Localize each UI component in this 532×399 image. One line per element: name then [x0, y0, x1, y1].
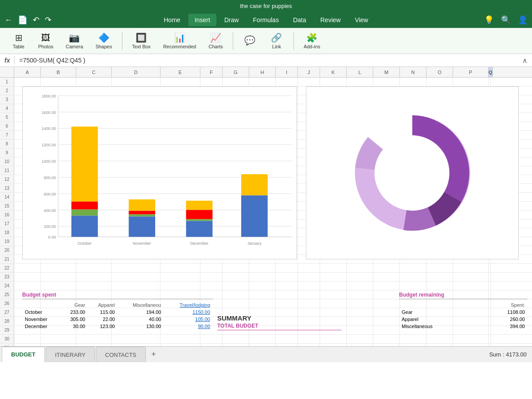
- cell-E31[interactable]: [160, 344, 200, 346]
- cell-D31[interactable]: [112, 344, 160, 346]
- menu-item-home[interactable]: Home: [158, 14, 187, 26]
- menu-item-insert[interactable]: Insert: [188, 14, 216, 26]
- add-tab-button[interactable]: +: [147, 347, 161, 362]
- cell-A22[interactable]: [14, 264, 41, 272]
- cell-H31[interactable]: [249, 344, 276, 346]
- cell-I1[interactable]: [276, 78, 298, 86]
- cell-C22[interactable]: [76, 264, 112, 272]
- cell-N23[interactable]: [400, 273, 426, 281]
- cell-J26[interactable]: [298, 299, 320, 308]
- cell-I31[interactable]: [276, 344, 298, 346]
- cell-Q1[interactable]: [489, 78, 491, 86]
- search-icon[interactable]: 🔍: [501, 15, 511, 25]
- cell-E22[interactable]: [160, 264, 200, 272]
- col-header-D[interactable]: D: [112, 67, 160, 77]
- cell-B24[interactable]: [41, 282, 76, 290]
- formula-input[interactable]: [19, 57, 518, 64]
- cell-E23[interactable]: [160, 273, 200, 281]
- cell-O30[interactable]: [426, 335, 453, 343]
- cell-C30[interactable]: [76, 335, 112, 343]
- cell-F23[interactable]: [200, 273, 223, 281]
- cell-H30[interactable]: [249, 335, 276, 343]
- tab-itinerary[interactable]: ITINERARY: [46, 347, 95, 362]
- cell-Q22[interactable]: [489, 264, 491, 272]
- col-header-L[interactable]: L: [347, 67, 373, 77]
- cell-L23[interactable]: [347, 273, 373, 281]
- col-header-N[interactable]: N: [400, 67, 426, 77]
- col-header-O[interactable]: O: [426, 67, 453, 77]
- cell-L26[interactable]: [347, 299, 373, 308]
- cell-F24[interactable]: [200, 282, 223, 290]
- cell-M25[interactable]: [373, 290, 400, 299]
- cell-D30[interactable]: [112, 335, 160, 343]
- cell-N31[interactable]: [400, 344, 426, 346]
- cell-D1[interactable]: [112, 78, 160, 86]
- cell-M26[interactable]: [373, 299, 400, 308]
- col-header-I[interactable]: I: [276, 67, 298, 77]
- cell-I23[interactable]: [276, 273, 298, 281]
- cell-L25[interactable]: [347, 290, 373, 299]
- cell-I25[interactable]: [276, 290, 298, 299]
- col-header-B[interactable]: B: [41, 67, 76, 77]
- ribbon-item-textbox[interactable]: 🔲Text Box: [128, 31, 155, 51]
- cell-L31[interactable]: [347, 344, 373, 346]
- cell-H26[interactable]: [249, 299, 276, 308]
- cell-M31[interactable]: [373, 344, 400, 346]
- cell-Q30[interactable]: [489, 335, 491, 343]
- cell-K26[interactable]: [320, 299, 347, 308]
- cell-Q23[interactable]: [489, 273, 491, 281]
- cell-B30[interactable]: [41, 335, 76, 343]
- cell-L1[interactable]: [347, 78, 373, 86]
- cell-J31[interactable]: [298, 344, 320, 346]
- cell-H1[interactable]: [249, 78, 276, 86]
- cell-N24[interactable]: [400, 282, 426, 290]
- menu-item-review[interactable]: Review: [314, 14, 347, 26]
- cell-M28[interactable]: [373, 317, 400, 325]
- cell-J23[interactable]: [298, 273, 320, 281]
- cell-J30[interactable]: [298, 335, 320, 343]
- cell-K30[interactable]: [320, 335, 347, 343]
- col-header-G[interactable]: G: [223, 67, 249, 77]
- cell-G26[interactable]: [223, 299, 249, 308]
- col-header-Q[interactable]: Q: [489, 67, 493, 77]
- tab-contacts[interactable]: CONTACTS: [96, 347, 146, 362]
- cell-P31[interactable]: [453, 344, 489, 346]
- cell-Q31[interactable]: [489, 344, 491, 346]
- ribbon-item-charts[interactable]: 📈Charts: [204, 31, 227, 51]
- ribbon-item-camera[interactable]: 📷Camera: [61, 31, 87, 51]
- undo-button[interactable]: ↶: [33, 15, 39, 25]
- cell-M22[interactable]: [373, 264, 400, 272]
- cell-M30[interactable]: [373, 335, 400, 343]
- cell-B31[interactable]: [41, 344, 76, 346]
- col-header-K[interactable]: K: [320, 67, 347, 77]
- cell-N30[interactable]: [400, 335, 426, 343]
- cell-J25[interactable]: [298, 290, 320, 299]
- cell-D22[interactable]: [112, 264, 160, 272]
- profile-icon[interactable]: 👤: [518, 15, 528, 25]
- cell-G30[interactable]: [223, 335, 249, 343]
- cell-L22[interactable]: [347, 264, 373, 272]
- col-header-C[interactable]: C: [76, 67, 112, 77]
- ribbon-item-link[interactable]: 🔗Link: [265, 31, 288, 51]
- cell-F22[interactable]: [200, 264, 223, 272]
- cell-N1[interactable]: [400, 78, 426, 86]
- cell-H24[interactable]: [249, 282, 276, 290]
- cell-O22[interactable]: [426, 264, 453, 272]
- cell-C24[interactable]: [76, 282, 112, 290]
- cell-P23[interactable]: [453, 273, 489, 281]
- cell-A23[interactable]: [14, 273, 41, 281]
- cell-I22[interactable]: [276, 264, 298, 272]
- cell-E24[interactable]: [160, 282, 200, 290]
- cell-P1[interactable]: [453, 78, 489, 86]
- cell-D24[interactable]: [112, 282, 160, 290]
- cell-K23[interactable]: [320, 273, 347, 281]
- menu-item-draw[interactable]: Draw: [218, 14, 245, 26]
- col-header-A[interactable]: A: [14, 67, 41, 77]
- cell-G1[interactable]: [223, 78, 249, 86]
- ribbon-item-table[interactable]: ⊞Table: [7, 31, 30, 51]
- menu-item-view[interactable]: View: [348, 14, 374, 26]
- ribbon-item-recommended[interactable]: 📊Recommended: [159, 31, 201, 51]
- col-header-M[interactable]: M: [373, 67, 400, 77]
- col-header-P[interactable]: P: [453, 67, 489, 77]
- ribbon-item-addins[interactable]: 🧩Add-ins: [299, 31, 325, 51]
